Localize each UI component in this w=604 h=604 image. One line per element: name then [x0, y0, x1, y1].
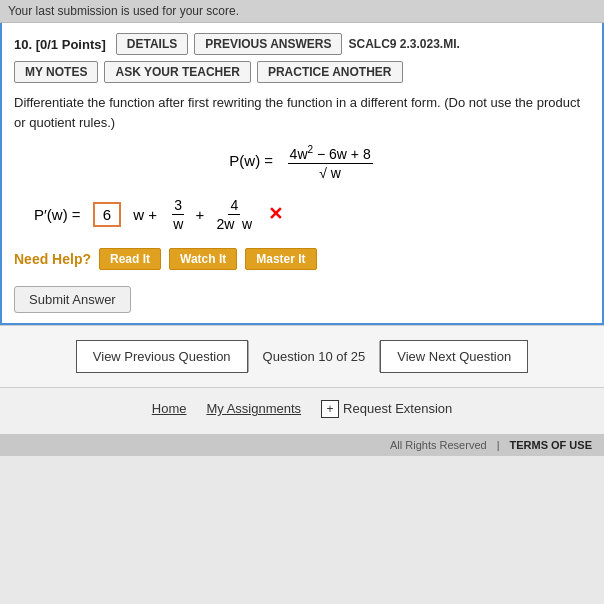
next-question-button[interactable]: View Next Question — [380, 340, 528, 373]
numerator: 4w2 − 6w + 8 — [288, 144, 373, 164]
submit-answer-button[interactable]: Submit Answer — [14, 286, 131, 313]
function-label: P(w) = — [229, 152, 273, 169]
terms-link[interactable]: TERMS OF USE — [509, 439, 592, 451]
master-it-button[interactable]: Master It — [245, 248, 316, 270]
need-help-label: Need Help? — [14, 251, 91, 267]
frac2-den: 2w w — [214, 215, 254, 232]
x-mark: ✕ — [268, 203, 283, 225]
toolbar-row1: 10. [0/1 Points] DETAILS PREVIOUS ANSWER… — [14, 33, 590, 55]
ask-teacher-button[interactable]: ASK YOUR TEACHER — [104, 61, 250, 83]
copyright-text: All Rights Reserved — [390, 439, 487, 451]
top-bar-text: Your last submission is used for your sc… — [8, 4, 239, 18]
extension-label: Request Extension — [343, 401, 452, 416]
bottom-bar: All Rights Reserved | TERMS OF USE — [0, 434, 604, 456]
fraction1: 3 w — [171, 197, 185, 232]
request-extension[interactable]: + Request Extension — [321, 400, 452, 418]
points-label: 10. [0/1 Points] — [14, 37, 106, 52]
scalc-label: SCALC9 2.3.023.MI. — [348, 37, 459, 51]
watch-it-button[interactable]: Watch It — [169, 248, 237, 270]
frac1-den: w — [171, 215, 185, 232]
home-link[interactable]: Home — [152, 401, 187, 416]
prev-question-button[interactable]: View Previous Question — [76, 340, 248, 373]
extension-icon: + — [321, 400, 339, 418]
practice-another-button[interactable]: PRACTICE ANOTHER — [257, 61, 403, 83]
bar-separator: | — [497, 439, 500, 451]
nav-section: View Previous Question Question 10 of 25… — [0, 326, 604, 387]
footer-section: Home My Assignments + Request Extension — [0, 388, 604, 434]
question-info: Question 10 of 25 — [248, 341, 381, 372]
main-content: 10. [0/1 Points] DETAILS PREVIOUS ANSWER… — [0, 23, 604, 325]
toolbar-row2: MY NOTES ASK YOUR TEACHER PRACTICE ANOTH… — [14, 61, 590, 83]
frac1-num: 3 — [172, 197, 184, 215]
need-help-row: Need Help? Read It Watch It Master It — [14, 248, 590, 270]
denominator: √ w — [317, 164, 343, 181]
previous-answers-button[interactable]: PREVIOUS ANSWERS — [194, 33, 342, 55]
derivative-label: P′(w) = — [34, 206, 81, 223]
answer-row: P′(w) = 6 w + 3 w + 4 2w w ✕ — [34, 197, 590, 232]
function-fraction: 4w2 − 6w + 8 √ w — [288, 144, 373, 181]
assignments-link[interactable]: My Assignments — [206, 401, 301, 416]
fraction2: 4 2w w — [214, 197, 254, 232]
frac2-num: 4 — [228, 197, 240, 215]
read-it-button[interactable]: Read It — [99, 248, 161, 270]
w-term: w + — [133, 206, 157, 223]
footer-links: Home My Assignments + Request Extension — [0, 400, 604, 418]
math-block: P(w) = 4w2 − 6w + 8 √ w — [14, 144, 590, 181]
details-button[interactable]: DETAILS — [116, 33, 188, 55]
answer-box: 6 — [93, 202, 121, 227]
my-notes-button[interactable]: MY NOTES — [14, 61, 98, 83]
question-text: Differentiate the function after first r… — [14, 93, 590, 132]
top-bar: Your last submission is used for your sc… — [0, 0, 604, 23]
